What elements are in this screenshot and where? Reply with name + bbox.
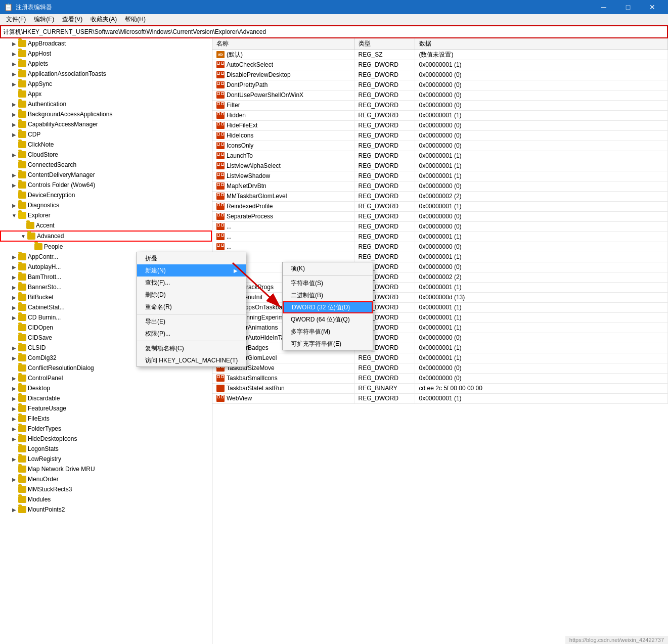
tree-item-mapnetworkdrive[interactable]: ▶ Map Network Drive MRU [0,464,212,474]
menu-favorites[interactable]: 收藏夹(A) [86,14,121,25]
table-row[interactable]: HideFileExtREG_DWORD0x00000000 (0) [212,120,668,130]
table-row[interactable]: ...REG_DWORD0x00000000 (0) [212,221,668,232]
tree-item-cdp[interactable]: ▶ CDP [0,129,212,140]
tree-item-backgroundaccessapplications[interactable]: ▶ BackgroundAccessApplications [0,109,212,119]
table-row[interactable]: WebViewREG_DWORD0x00000001 (1) [212,393,668,403]
tree-item-featureusage[interactable]: ▶ FeatureUsage [0,403,212,413]
tree-item-lowregistry[interactable]: ▶ LowRegistry [0,454,212,464]
ctx-hklm[interactable]: 访问 HKEY_LOCAL_MACHINE(T) [137,354,246,366]
table-row[interactable]: DontPrettyPathREG_DWORD0x00000000 (0) [212,80,668,90]
sub-key[interactable]: 项(K) [283,262,373,274]
table-row[interactable]: TaskbarBadgesREG_DWORD0x00000001 (1) [212,343,668,353]
tree-item-controlpanel[interactable]: ▶ ControlPanel [0,373,212,383]
ctx-new[interactable]: 新建(N) ▶ [137,264,246,277]
sub-dword[interactable]: DWORD (32 位)值(D) [283,301,373,313]
sub-qword[interactable]: QWORD (64 位)值(Q) [283,313,373,326]
menu-edit[interactable]: 编辑(E) [30,14,58,25]
tree-item-cloudstore[interactable]: ▶ CloudStore [0,150,212,160]
table-row[interactable]: ...REG_DWORD0x00000001 (1) [212,232,668,242]
ctx-rename[interactable]: 重命名(R) [137,301,246,313]
tree-item-accent[interactable]: ▶ Accent [0,220,212,231]
tree-item-modules[interactable]: ▶ Modules [0,494,212,504]
table-row[interactable]: TaskbarStateLastRunREG_BINARYcd ee 2c 5f… [212,383,668,393]
minimize-button[interactable]: ─ [592,0,615,14]
ctx-export-label: 导出(E) [145,317,165,326]
table-row[interactable]: TaskbarAutoHideInTabletModeREG_DWORD0x00… [212,333,668,343]
table-row[interactable]: ...REG_DWORD0x00000001 (1) [212,252,668,262]
tree-item-people[interactable]: ▶ People [0,242,212,252]
tree-item-contentdeliverymanager[interactable]: ▶ ContentDeliveryManager [0,170,212,180]
status-bar: https://blog.csdn.net/weixin_42422737 [565,636,668,644]
tree-item-apphost[interactable]: ▶ AppHost [0,49,212,59]
tree-item-desktop[interactable]: ▶ Desktop [0,383,212,393]
tree-item-connectedsearch[interactable]: ▶ ConnectedSearch [0,160,212,170]
tree-item-applets[interactable]: ▶ Applets [0,59,212,69]
sub-expandstring[interactable]: 可扩充字符串值(E) [283,338,373,350]
tree-item-hidedesktopicons[interactable]: ▶ HideDesktopIcons [0,434,212,444]
table-row[interactable]: ...REG_DWORD0x00000002 (2) [212,272,668,282]
tree-item-clicknote[interactable]: ▶ ClickNote [0,140,212,150]
sub-string[interactable]: 字符串值(S) [283,277,373,289]
tree-item-diagnostics[interactable]: ▶ Diagnostics [0,200,212,210]
context-menu[interactable]: 折叠 新建(N) ▶ 查找(F)... 删除(D) 重命名(R) 导出(E) 权… [137,252,246,367]
table-row[interactable]: IconsOnlyREG_DWORD0x00000000 (0) [212,141,668,151]
table-row[interactable]: StoreAppsOnTaskbarREG_DWORD0x00000001 (1… [212,302,668,312]
table-row[interactable]: ...REG_DWORD0x00000000 (0) [212,242,668,252]
table-row[interactable]: ListviewAlphaSelectREG_DWORD0x00000001 (… [212,161,668,171]
tree-item-advanced[interactable]: ▼ Advanced [0,231,212,242]
sub-multistring[interactable]: 多字符串值(M) [283,326,373,338]
tree-item-fileexts[interactable]: ▶ FileExts [0,413,212,424]
table-row[interactable]: SeparateProcessREG_DWORD0x00000000 (0) [212,211,668,221]
table-row[interactable]: FilterREG_DWORD0x00000000 (0) [212,100,668,110]
tree-item-authentication[interactable]: ▶ Authentication [0,99,212,109]
ctx-export[interactable]: 导出(E) [137,315,246,328]
sub-binary[interactable]: 二进制值(B) [283,289,373,301]
ctx-permissions[interactable]: 权限(P)... [137,328,246,340]
address-bar[interactable]: 计算机\HKEY_CURRENT_USER\Software\Microsoft… [0,25,668,38]
tree-item-appbroadcast[interactable]: ▶ AppBroadcast [0,38,212,49]
table-row[interactable]: ReindexedProfileREG_DWORD0x00000001 (1) [212,201,668,211]
table-row[interactable]: ListviewShadowREG_DWORD0x00000001 (1) [212,171,668,181]
table-row[interactable]: MMTaskbarGlomLevelREG_DWORD0x00000002 (2… [212,191,668,201]
tree-item-applicationassociationtoasts[interactable]: ▶ ApplicationAssociationToasts [0,69,212,79]
tree-item-appx[interactable]: ▶ Appx [0,89,212,99]
ctx-find[interactable]: 查找(F)... [137,277,246,289]
close-button[interactable]: ✕ [641,0,664,14]
ctx-copyname[interactable]: 复制项名称(C) [137,342,246,354]
registry-scroll[interactable]: 名称 类型 数据 ab(默认)REG_SZ(数值未设置) AutoCheckSe… [212,38,668,644]
menu-help[interactable]: 帮助(H) [121,14,150,25]
table-row[interactable]: DisablePreviewDesktopREG_DWORD0x00000000… [212,70,668,80]
table-row[interactable]: TaskbarAnimationsREG_DWORD0x00000001 (1) [212,323,668,333]
tree-item-discardable[interactable]: ▶ Discardable [0,393,212,403]
table-row[interactable]: TaskbarSizeMoveREG_DWORD0x00000000 (0) [212,363,668,373]
tree-item-deviceencryption[interactable]: ▶ DeviceEncryption [0,190,212,200]
table-row[interactable]: ab(默认)REG_SZ(数值未设置) [212,50,668,60]
tree-item-capabilityaccessmanager[interactable]: ▶ CapabilityAccessManager [0,119,212,129]
menu-view[interactable]: 查看(V) [58,14,86,25]
table-row[interactable]: StartMenuInitREG_DWORD0x0000000d (13) [212,292,668,302]
tree-item-mountpoints2[interactable]: ▶ MountPoints2 [0,504,212,515]
table-row[interactable]: HiddenREG_DWORD0x00000001 (1) [212,110,668,120]
tree-item-controlsfolder[interactable]: ▶ Controls Folder (Wow64) [0,180,212,190]
sub-context-menu[interactable]: 项(K) 字符串值(S) 二进制值(B) DWORD (32 位)值(D) QW… [282,262,373,350]
table-row[interactable]: DontUsePowerShellOnWinXREG_DWORD0x000000… [212,90,668,100]
table-row[interactable]: TaskbarGlomLevelREG_DWORD0x00000001 (1) [212,353,668,363]
table-row[interactable]: StorePinningExperimentResultREG_DWORD0x0… [212,312,668,323]
table-row[interactable]: AutoCheckSelectREG_DWORD0x00000001 (1) [212,60,668,70]
table-row[interactable]: TaskbarSmallIconsREG_DWORD0x00000000 (0) [212,373,668,383]
tree-item-foldertypes[interactable]: ▶ FolderTypes [0,424,212,434]
tree-item-menuorder[interactable]: ▶ MenuOrder [0,474,212,484]
tree-item-mmstuckrects3[interactable]: ▶ MMStuckRects3 [0,484,212,494]
tree-item-explorer[interactable]: ▼ Explorer [0,210,212,220]
table-row[interactable]: Start_TrackProgsREG_DWORD0x00000001 (1) [212,282,668,292]
tree-item-appsync[interactable]: ▶ AppSync [0,79,212,89]
table-row[interactable]: MapNetDrvBtnREG_DWORD0x00000000 (0) [212,181,668,191]
ctx-collapse[interactable]: 折叠 [137,252,246,264]
table-row[interactable]: ...REG_DWORD0x00000000 (0) [212,262,668,272]
tree-item-logonstats[interactable]: ▶ LogonStats [0,444,212,454]
table-row[interactable]: HideIconsREG_DWORD0x00000000 (0) [212,130,668,141]
ctx-delete[interactable]: 删除(D) [137,289,246,301]
menu-file[interactable]: 文件(F) [2,14,30,25]
table-row[interactable]: LaunchToREG_DWORD0x00000001 (1) [212,151,668,161]
maximize-button[interactable]: □ [616,0,640,14]
